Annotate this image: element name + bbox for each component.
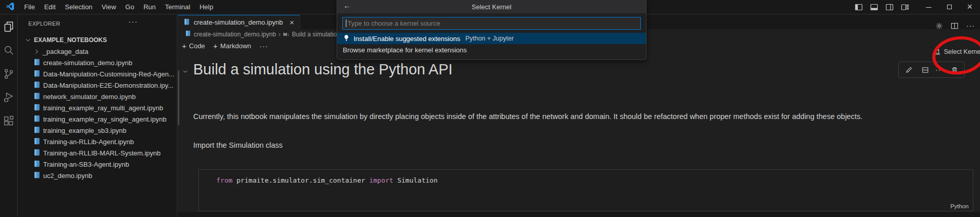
add-markdown-cell-button[interactable]: + Markdown: [213, 42, 251, 50]
tree-item-package-data[interactable]: _package_data: [18, 46, 177, 57]
kernel-icon: [933, 48, 941, 56]
menu-help[interactable]: Help: [195, 2, 218, 13]
notebook-file-icon: [33, 137, 41, 146]
toggle-secondary-sidebar-icon[interactable]: [885, 3, 894, 11]
text-caret: [346, 19, 346, 27]
tree-item-notebook[interactable]: network_simulator_demo.ipynb: [18, 91, 177, 102]
dialog-header: ← Select Kernel: [337, 0, 646, 13]
sidebar-title: EXPLORER: [28, 21, 60, 27]
file-tree: EXAMPLE_NOTEBOOKS _package_data create-s…: [18, 34, 177, 181]
notebook-file-icon: [33, 70, 41, 78]
notebook-file-icon: [33, 171, 41, 180]
tree-root-example-notebooks[interactable]: EXAMPLE_NOTEBOOKS: [18, 34, 177, 46]
tree-item-notebook[interactable]: uc2_demo.ipynb: [18, 170, 177, 181]
tree-item-notebook[interactable]: Training-an-RLLIB-MARL-System.ipynb: [18, 147, 177, 159]
markdown-step-label: Import the Simulation class: [193, 141, 283, 149]
vscode-logo-icon: [6, 2, 14, 12]
markdown-heading: Build a simulation using the Python API: [193, 61, 453, 78]
notebook-file-icon: [33, 115, 41, 124]
menu-edit[interactable]: Edit: [40, 2, 60, 13]
editor-more-actions-icon[interactable]: ···: [966, 22, 975, 30]
explorer-icon[interactable]: [0, 15, 17, 38]
menu-file[interactable]: File: [20, 2, 40, 13]
tree-item-notebook[interactable]: training_example_sb3.ipynb: [18, 125, 177, 136]
tree-item-notebook[interactable]: Training-an-RLLib-Agent.ipynb: [18, 136, 177, 147]
select-kernel-button[interactable]: Select Kernel: [929, 46, 980, 57]
delete-cell-trash-icon[interactable]: [948, 64, 960, 76]
menu-view[interactable]: View: [97, 2, 121, 13]
notebook-file-icon: [33, 92, 41, 101]
notebook-file-icon: [33, 160, 41, 169]
cell-more-actions-icon[interactable]: ···: [935, 66, 944, 74]
run-debug-icon[interactable]: [0, 86, 17, 109]
toggle-primary-sidebar-icon[interactable]: [855, 3, 863, 11]
breadcrumb-file[interactable]: create-simulation_demo.ipynb: [194, 31, 276, 38]
menu-terminal[interactable]: Terminal: [160, 2, 195, 13]
chevron-right-icon: [33, 48, 40, 55]
tree-item-notebook[interactable]: create-simulation_demo.ipynb: [18, 57, 177, 68]
dialog-item-install-extensions[interactable]: Install/Enable suggested extensions Pyth…: [337, 33, 646, 44]
plus-icon: +: [213, 42, 218, 50]
menu-run[interactable]: Run: [139, 2, 160, 13]
tree-item-notebook[interactable]: Data-Manipulation-Customising-Red-Agen..…: [18, 68, 177, 80]
menu-selection[interactable]: Selection: [60, 2, 97, 13]
dialog-title: Select Kernel: [472, 3, 511, 11]
select-kernel-dialog: ← Select Kernel Install/Enable suggested…: [337, 0, 646, 60]
toggle-panel-icon[interactable]: [870, 3, 878, 11]
tree-item-notebook[interactable]: Data-Manipulation-E2E-Demonstration.ipy.…: [18, 80, 177, 91]
cell-focus-indicator: [178, 70, 179, 125]
back-arrow-icon[interactable]: ←: [343, 1, 351, 10]
markdown-paragraph: Currently, this notbook manipulates the …: [193, 112, 976, 121]
explorer-more-actions-icon[interactable]: ···: [128, 17, 138, 26]
notebook-background: [178, 212, 980, 217]
dialog-item-detail: Python + Jupyter: [465, 35, 513, 42]
extensions-icon[interactable]: [0, 109, 17, 133]
search-icon[interactable]: [0, 38, 17, 62]
notebook-more-actions-icon[interactable]: ···: [260, 42, 268, 50]
notebook-file-icon: [33, 58, 41, 67]
add-code-cell-button[interactable]: + Code: [182, 42, 205, 50]
notebook-file-icon: [33, 149, 41, 157]
cell-language-indicator[interactable]: Python: [950, 203, 969, 209]
collapse-section-chevron-icon[interactable]: [182, 68, 189, 75]
chevron-down-icon: [25, 37, 31, 44]
lightbulb-icon: [343, 34, 350, 43]
dialog-item-browse-marketplace[interactable]: Browse marketplace for kernel extensions: [337, 44, 646, 55]
source-control-icon[interactable]: [0, 62, 17, 86]
tree-item-notebook[interactable]: Training-an-SB3-Agent.ipynb: [18, 159, 177, 170]
kernel-source-input-wrap: [342, 17, 641, 30]
activity-bar: [0, 15, 17, 217]
edit-cell-pencil-icon[interactable]: [902, 64, 915, 76]
notebook-file-icon: [33, 104, 41, 112]
plus-icon: +: [182, 42, 187, 50]
code-cell[interactable]: from primaite.simulator.sim_container im…: [198, 169, 973, 211]
tree-item-notebook[interactable]: training_example_ray_multi_agent.ipynb: [18, 102, 177, 113]
split-editor-icon[interactable]: [951, 22, 958, 30]
notebook-file-icon: [33, 81, 41, 90]
cell-toolbar: ···: [898, 62, 965, 78]
window-maximize-button[interactable]: [939, 0, 959, 14]
notebook-settings-gear-icon[interactable]: [935, 22, 943, 30]
split-cell-icon[interactable]: [919, 64, 931, 76]
code-line[interactable]: from primaite.simulator.sim_container im…: [199, 170, 973, 184]
window-close-button[interactable]: ×: [959, 0, 980, 14]
menu-go[interactable]: Go: [121, 2, 139, 13]
notebook-file-icon: [33, 126, 41, 135]
tab-create-simulation-demo[interactable]: create-simulation_demo.ipynb ×: [178, 15, 300, 29]
tab-close-icon[interactable]: ×: [289, 18, 294, 27]
kernel-source-input[interactable]: [347, 19, 637, 27]
markdown-cell-icon: M↓: [283, 32, 289, 37]
notebook-file-icon: [185, 30, 191, 38]
breadcrumb-separator: ›: [279, 31, 281, 38]
explorer-sidebar: EXPLORER ··· EXAMPLE_NOTEBOOKS _package_…: [18, 15, 177, 217]
notebook-file-icon: [183, 18, 190, 27]
customize-layout-icon[interactable]: [901, 3, 909, 11]
window-minimize-button[interactable]: ─: [918, 0, 939, 14]
tree-item-notebook[interactable]: training_example_ray_single_agent.ipynb: [18, 113, 177, 125]
